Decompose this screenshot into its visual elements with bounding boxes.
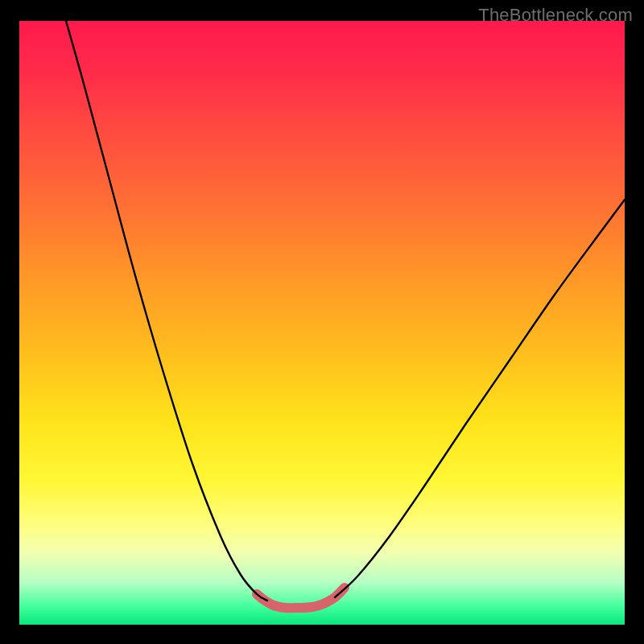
plot-area [19,21,625,625]
curve-layer [19,21,625,625]
left-curve-path [66,21,267,601]
right-curve-path [335,200,625,597]
valley-highlight-path [257,588,345,608]
watermark-text: TheBottleneck.com [478,5,633,26]
chart-frame: TheBottleneck.com [0,0,644,644]
